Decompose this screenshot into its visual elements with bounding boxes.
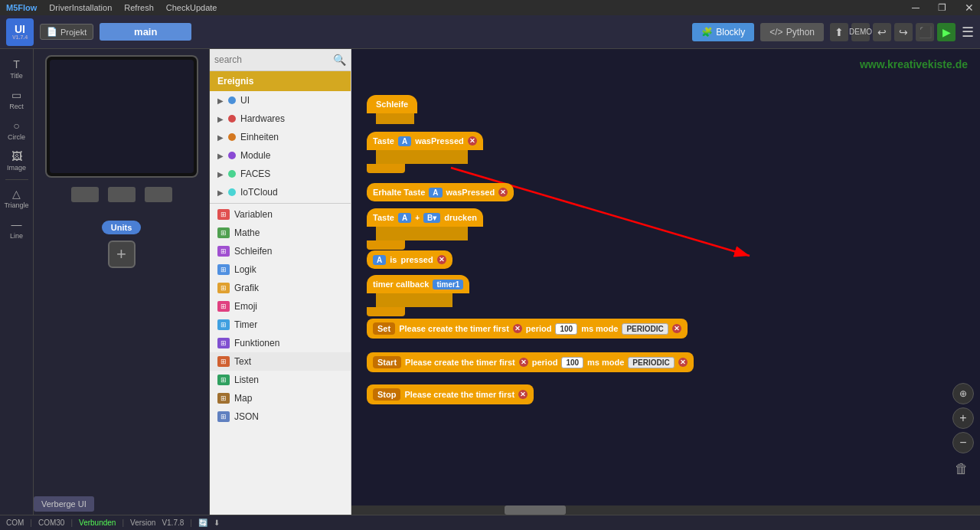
stop-please-label: Please create the timer first bbox=[404, 390, 514, 399]
cat-item-funktionen[interactable]: ⊞ Funktionen bbox=[210, 334, 351, 352]
cat-item-logik[interactable]: ⊞ Logik bbox=[210, 260, 351, 279]
project-button[interactable]: 📄 Projekt bbox=[40, 24, 93, 40]
sidebar-line-tool[interactable]: — Line bbox=[2, 215, 31, 243]
taste-ab-header[interactable]: Taste A + B▾ drucken bbox=[367, 208, 483, 227]
block-start-timer[interactable]: Start Please create the timer first ✕ pe… bbox=[367, 352, 694, 372]
cat-item-emoji[interactable]: ⊞ Emoji bbox=[210, 297, 351, 316]
cat-item-hardwares[interactable]: ▶ Hardwares bbox=[210, 110, 351, 128]
block-a-pressed[interactable]: A is pressed ✕ bbox=[367, 250, 452, 269]
trash-button[interactable]: 🗑 bbox=[949, 456, 974, 481]
zoom-fit-button[interactable]: ⊕ bbox=[952, 383, 974, 404]
menu-driver[interactable]: DriverInstallation bbox=[49, 3, 112, 12]
sidebar-title-tool[interactable]: T Title bbox=[2, 55, 31, 83]
close-set[interactable]: ✕ bbox=[513, 324, 522, 333]
canvas-hscroll-thumb[interactable] bbox=[505, 505, 566, 515]
undo-icon[interactable]: ↩ bbox=[873, 23, 891, 41]
close-badge-2[interactable]: ✕ bbox=[498, 188, 508, 197]
add-unit-button[interactable]: + bbox=[108, 240, 136, 268]
cat-icon-listen: ⊞ bbox=[217, 375, 230, 385]
cat-item-schleifen[interactable]: ⊞ Schleifen bbox=[210, 242, 351, 260]
category-header-ereignis[interactable]: Ereignis bbox=[210, 71, 351, 91]
block-stop-timer[interactable]: Stop Please create the timer first ✕ bbox=[367, 384, 534, 404]
sidebar-image-tool[interactable]: 🖼 Image bbox=[2, 147, 31, 175]
demo-icon[interactable]: DEMO bbox=[851, 23, 870, 41]
cat-label-iot: IoTCloud bbox=[240, 187, 278, 198]
close-badge-3[interactable]: ✕ bbox=[437, 255, 446, 264]
stop-timer-block[interactable]: Stop Please create the timer first ✕ bbox=[367, 384, 534, 404]
device-btn-a[interactable] bbox=[71, 187, 99, 202]
cat-dot-eh bbox=[228, 133, 236, 141]
sidebar-rect-tool[interactable]: ▭ Rect bbox=[2, 86, 31, 113]
value-100-start: 100 bbox=[561, 357, 583, 368]
circle-tool-label: Circle bbox=[8, 133, 25, 141]
cat-label-map: Map bbox=[234, 393, 252, 404]
schleife-block[interactable]: Schleife bbox=[367, 95, 417, 113]
cat-label-json: JSON bbox=[234, 411, 259, 422]
canvas-area[interactable]: www.kreativekiste.de Schleife Taste A wa… bbox=[351, 49, 980, 515]
cat-item-iotcloud[interactable]: ▶ IoTCloud bbox=[210, 183, 351, 201]
search-input[interactable] bbox=[214, 54, 330, 65]
units-badge[interactable]: Units bbox=[102, 221, 142, 234]
main-tab[interactable]: main bbox=[100, 23, 191, 41]
start-timer-block[interactable]: Start Please create the timer first ✕ pe… bbox=[367, 352, 694, 372]
zoom-in-button[interactable]: + bbox=[952, 407, 974, 429]
redo-icon[interactable]: ↪ bbox=[894, 23, 913, 41]
cat-item-einheiten[interactable]: ▶ Einheiten bbox=[210, 128, 351, 146]
block-taste-a[interactable]: Taste A wasPressed ✕ bbox=[367, 132, 483, 173]
save-icon[interactable]: ⬆ bbox=[830, 23, 848, 41]
block-erhalte[interactable]: Erhalte Taste A wasPressed ✕ bbox=[367, 183, 514, 201]
cat-item-map[interactable]: ⊞ Map bbox=[210, 389, 351, 407]
erhalte-a-badge: A bbox=[429, 188, 442, 198]
cat-item-mathe[interactable]: ⊞ Mathe bbox=[210, 224, 351, 242]
cat-item-listen[interactable]: ⊞ Listen bbox=[210, 371, 351, 389]
cat-item-grafik[interactable]: ⊞ Grafik bbox=[210, 279, 351, 297]
blockly-button[interactable]: 🧩 Blockly bbox=[692, 23, 754, 41]
cat-label-schleifen: Schleifen bbox=[234, 246, 272, 257]
cat-arrow-iot: ▶ bbox=[217, 188, 224, 197]
close-start-2[interactable]: ✕ bbox=[678, 358, 688, 367]
window-minimize[interactable]: ─ bbox=[912, 2, 920, 14]
canvas-hscroll[interactable] bbox=[351, 505, 980, 515]
cat-item-faces[interactable]: ▶ FACES bbox=[210, 165, 351, 183]
cat-item-json[interactable]: ⊞ JSON bbox=[210, 407, 351, 426]
hide-ui-button[interactable]: Verberge UI bbox=[34, 496, 94, 512]
block-set-timer[interactable]: Set Please create the timer first ✕ peri… bbox=[367, 319, 688, 339]
cat-item-module[interactable]: ▶ Module bbox=[210, 146, 351, 165]
copy-icon[interactable]: ⬛ bbox=[916, 23, 934, 41]
taste-a-header[interactable]: Taste A wasPressed ✕ bbox=[367, 132, 483, 150]
sidebar-circle-tool[interactable]: ○ Circle bbox=[2, 116, 31, 144]
schleife-label: Schleife bbox=[376, 100, 408, 109]
python-button[interactable]: </> Python bbox=[760, 23, 824, 41]
cat-item-variablen[interactable]: ⊞ Variablen bbox=[210, 205, 351, 224]
block-taste-ab[interactable]: Taste A + B▾ drucken bbox=[367, 208, 483, 250]
block-schleife[interactable]: Schleife bbox=[367, 95, 417, 124]
set-timer-block[interactable]: Set Please create the timer first ✕ peri… bbox=[367, 319, 688, 339]
close-start[interactable]: ✕ bbox=[519, 358, 528, 367]
run-icon[interactable]: ▶ bbox=[937, 23, 956, 41]
cat-item-text[interactable]: ⊞ Text bbox=[210, 352, 351, 371]
close-stop[interactable]: ✕ bbox=[518, 390, 528, 399]
menu-checkupdate[interactable]: CheckUpdate bbox=[166, 3, 217, 12]
cat-item-timer[interactable]: ⊞ Timer bbox=[210, 316, 351, 334]
set-label: Set bbox=[373, 322, 395, 335]
device-btn-b[interactable] bbox=[108, 187, 136, 202]
hamburger-menu[interactable]: ☰ bbox=[962, 24, 974, 41]
cat-item-ui[interactable]: ▶ UI bbox=[210, 91, 351, 110]
window-maximize[interactable]: ❐ bbox=[938, 2, 946, 13]
is-label: is bbox=[390, 255, 397, 264]
timer-cb-header[interactable]: timer callback timer1 bbox=[367, 275, 469, 293]
menu-refresh[interactable]: Refresh bbox=[124, 3, 154, 12]
zoom-out-button[interactable]: − bbox=[952, 432, 974, 453]
close-badge-1[interactable]: ✕ bbox=[468, 136, 477, 146]
sidebar-triangle-tool[interactable]: △ Triangle bbox=[2, 185, 31, 212]
close-set-2[interactable]: ✕ bbox=[672, 324, 681, 333]
status-port: COM30 bbox=[38, 519, 64, 527]
cat-icon-grafik: ⊞ bbox=[217, 283, 230, 293]
block-timer-callback[interactable]: timer callback timer1 bbox=[367, 275, 469, 316]
a-pressed-block[interactable]: A is pressed ✕ bbox=[367, 250, 452, 269]
window-close[interactable]: ✕ bbox=[965, 2, 974, 14]
device-btn-c[interactable] bbox=[145, 187, 172, 202]
cat-icon-emoji: ⊞ bbox=[217, 301, 230, 312]
statusbar: COM | COM30 | Verbunden | Version V1.7.8… bbox=[0, 515, 980, 530]
erhalte-block[interactable]: Erhalte Taste A wasPressed ✕ bbox=[367, 183, 514, 201]
